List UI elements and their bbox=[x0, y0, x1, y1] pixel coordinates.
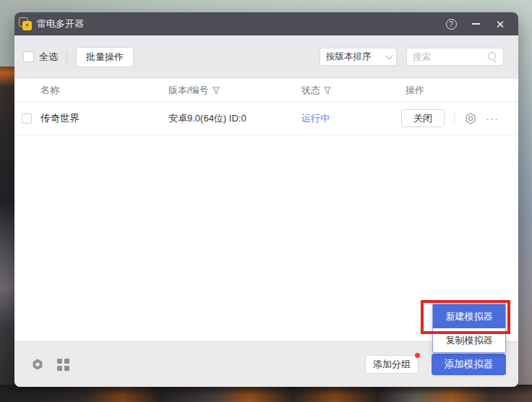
minimize-icon bbox=[472, 23, 480, 25]
settings-gear-icon[interactable] bbox=[464, 112, 477, 125]
add-group-button[interactable]: 添加分组 bbox=[365, 355, 419, 374]
close-emulator-button[interactable]: 关闭 bbox=[401, 109, 445, 127]
close-icon: ✕ bbox=[496, 19, 505, 30]
more-options-icon[interactable]: ··· bbox=[486, 115, 499, 122]
window-title: 雷电多开器 bbox=[37, 17, 84, 30]
toolbar: 全选 批量操作 按版本排序 bbox=[14, 35, 518, 78]
ldplayer-multi-instance-window: ⚡ 雷电多开器 ? ✕ 全选 批量操作 按版本排序 名称 bbox=[14, 12, 518, 387]
add-emulator-button[interactable]: 添加模拟器 bbox=[432, 354, 506, 375]
toolbar-divider bbox=[66, 51, 67, 63]
filter-icon[interactable] bbox=[213, 87, 220, 94]
search-input[interactable] bbox=[413, 52, 488, 62]
row-operations: 关闭 ··· bbox=[401, 109, 518, 127]
add-emulator-context-menu: 新建模拟器 复制模拟器 bbox=[432, 304, 506, 353]
select-all-label: 全选 bbox=[39, 51, 58, 64]
menu-item-copy-emulator[interactable]: 复制模拟器 bbox=[433, 328, 505, 352]
emulator-name: 传奇世界 bbox=[40, 112, 168, 125]
header-operation: 操作 bbox=[401, 84, 518, 97]
menu-item-new-emulator[interactable]: 新建模拟器 bbox=[433, 304, 505, 328]
table-header: 名称 版本/编号 状态 操作 bbox=[14, 78, 518, 102]
desktop-wallpaper-rocks-bottom bbox=[0, 385, 532, 402]
emulator-status: 运行中 bbox=[301, 112, 401, 125]
filter-icon[interactable] bbox=[324, 87, 331, 94]
sort-dropdown[interactable]: 按版本排序 bbox=[319, 48, 397, 66]
close-button[interactable]: ✕ bbox=[491, 14, 510, 33]
ops-divider bbox=[454, 112, 455, 125]
emulator-row[interactable]: 传奇世界 安卓9.0(64位) ID:0 运行中 关闭 ··· bbox=[14, 102, 518, 135]
select-all-checkbox[interactable] bbox=[23, 51, 34, 62]
notification-dot bbox=[415, 353, 420, 358]
help-icon: ? bbox=[446, 19, 457, 30]
row-checkbox[interactable] bbox=[22, 114, 32, 124]
header-status: 状态 bbox=[301, 84, 401, 97]
sort-dropdown-value: 按版本排序 bbox=[326, 51, 385, 63]
header-version: 版本/编号 bbox=[168, 84, 301, 97]
help-button[interactable]: ? bbox=[442, 14, 460, 33]
search-icon bbox=[488, 52, 497, 61]
emulator-version: 安卓9.0(64位) ID:0 bbox=[168, 112, 301, 125]
app-logo-icon: ⚡ bbox=[20, 19, 31, 30]
batch-operations-button[interactable]: 批量操作 bbox=[76, 47, 134, 67]
title-bar: ⚡ 雷电多开器 ? ✕ bbox=[14, 12, 518, 35]
search-box bbox=[406, 48, 504, 66]
global-settings-gear-icon[interactable] bbox=[31, 358, 44, 371]
chevron-down-icon bbox=[385, 51, 392, 59]
header-name: 名称 bbox=[40, 84, 168, 97]
minimize-button[interactable] bbox=[466, 14, 485, 33]
layout-grid-icon[interactable] bbox=[57, 359, 69, 371]
